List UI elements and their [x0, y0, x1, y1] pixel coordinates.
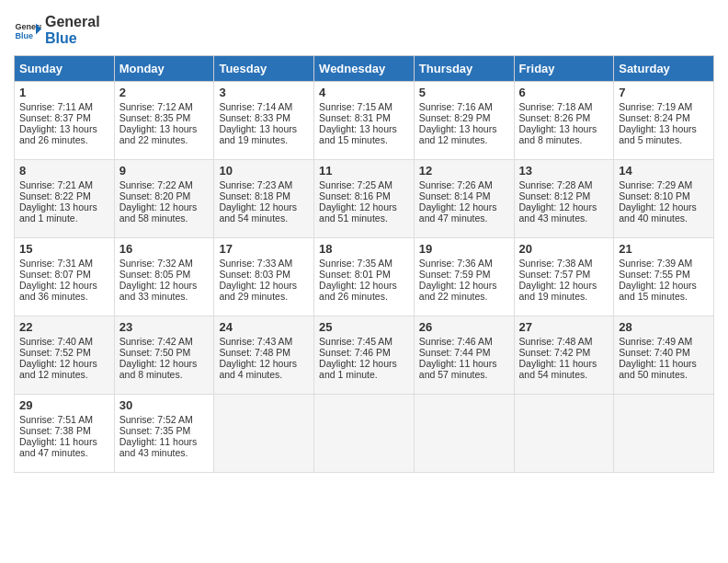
day-info: Sunset: 7:44 PM: [419, 347, 509, 358]
day-info: Daylight: 12 hours: [119, 280, 210, 291]
day-info: Sunrise: 7:32 AM: [119, 258, 210, 269]
day-info: and 36 minutes.: [19, 291, 109, 302]
day-info: Sunrise: 7:52 AM: [119, 414, 210, 425]
day-info: Sunset: 7:42 PM: [519, 347, 609, 358]
day-info: Sunset: 8:14 PM: [419, 190, 509, 201]
day-info: Sunrise: 7:28 AM: [519, 179, 609, 190]
day-number: 27: [519, 320, 609, 334]
calendar-table: SundayMondayTuesdayWednesdayThursdayFrid…: [14, 55, 714, 473]
day-number: 30: [119, 398, 210, 412]
day-info: Sunset: 7:46 PM: [319, 347, 409, 358]
day-info: Sunset: 8:33 PM: [219, 112, 309, 123]
calendar-cell: 2Sunrise: 7:12 AMSunset: 8:35 PMDaylight…: [114, 82, 214, 160]
day-info: Sunset: 8:26 PM: [519, 112, 609, 123]
day-info: and 51 minutes.: [319, 213, 409, 224]
day-info: Daylight: 11 hours: [119, 436, 210, 447]
day-info: Daylight: 12 hours: [119, 358, 210, 369]
day-header-tuesday: Tuesday: [214, 56, 314, 82]
day-info: Sunrise: 7:46 AM: [419, 336, 509, 347]
day-info: Sunrise: 7:33 AM: [219, 258, 309, 269]
day-info: Daylight: 12 hours: [319, 201, 409, 213]
day-info: and 15 minutes.: [319, 134, 409, 145]
calendar-cell: [614, 395, 714, 473]
day-info: Daylight: 13 hours: [219, 123, 309, 134]
day-info: Daylight: 12 hours: [519, 201, 609, 213]
day-info: Daylight: 12 hours: [119, 201, 210, 213]
calendar-cell: 10Sunrise: 7:23 AMSunset: 8:18 PMDayligh…: [214, 160, 314, 238]
day-info: Sunrise: 7:16 AM: [419, 101, 509, 112]
svg-text:Blue: Blue: [16, 31, 34, 40]
day-info: Sunrise: 7:22 AM: [119, 179, 210, 190]
day-info: Sunset: 8:01 PM: [319, 269, 409, 280]
day-info: Sunset: 7:48 PM: [219, 347, 309, 358]
day-info: Sunset: 7:50 PM: [119, 347, 210, 358]
day-number: 21: [619, 242, 709, 256]
day-info: Sunrise: 7:23 AM: [219, 179, 309, 190]
calendar-cell: 21Sunrise: 7:39 AMSunset: 7:55 PMDayligh…: [614, 238, 714, 316]
day-info: and 8 minutes.: [519, 134, 609, 145]
day-number: 8: [19, 164, 109, 178]
calendar-cell: 5Sunrise: 7:16 AMSunset: 8:29 PMDaylight…: [414, 82, 514, 160]
day-info: and 12 minutes.: [19, 369, 109, 380]
day-number: 29: [19, 398, 109, 412]
day-info: Sunset: 8:05 PM: [119, 269, 210, 280]
day-info: Daylight: 12 hours: [219, 280, 309, 291]
day-info: Sunrise: 7:14 AM: [219, 101, 309, 112]
calendar-cell: 17Sunrise: 7:33 AMSunset: 8:03 PMDayligh…: [214, 238, 314, 316]
calendar-cell: 16Sunrise: 7:32 AMSunset: 8:05 PMDayligh…: [114, 238, 214, 316]
day-info: Sunset: 8:31 PM: [319, 112, 409, 123]
day-info: Sunset: 8:12 PM: [519, 190, 609, 201]
day-number: 6: [519, 86, 609, 99]
day-info: Daylight: 12 hours: [419, 280, 509, 291]
calendar-cell: [214, 395, 314, 473]
day-info: Sunset: 8:07 PM: [19, 269, 109, 280]
calendar-cell: 26Sunrise: 7:46 AMSunset: 7:44 PMDayligh…: [414, 316, 514, 395]
day-info: and 43 minutes.: [519, 213, 609, 224]
day-info: Daylight: 12 hours: [319, 358, 409, 369]
calendar-cell: 9Sunrise: 7:22 AMSunset: 8:20 PMDaylight…: [114, 160, 214, 238]
day-info: Daylight: 13 hours: [519, 123, 609, 134]
day-info: Daylight: 12 hours: [519, 280, 609, 291]
day-number: 16: [119, 242, 210, 256]
calendar-cell: [514, 395, 614, 473]
day-number: 3: [219, 86, 309, 99]
day-header-thursday: Thursday: [414, 56, 514, 82]
day-info: and 26 minutes.: [19, 134, 109, 145]
day-info: Daylight: 12 hours: [219, 358, 309, 369]
calendar-cell: 27Sunrise: 7:48 AMSunset: 7:42 PMDayligh…: [514, 316, 614, 395]
day-info: Sunrise: 7:35 AM: [319, 258, 409, 269]
day-info: Sunrise: 7:25 AM: [319, 179, 409, 190]
day-info: Sunrise: 7:15 AM: [319, 101, 409, 112]
logo: General Blue General Blue: [14, 14, 100, 46]
day-header-friday: Friday: [514, 56, 614, 82]
day-info: Sunset: 8:18 PM: [219, 190, 309, 201]
day-number: 26: [419, 320, 509, 334]
day-info: Sunrise: 7:51 AM: [19, 414, 109, 425]
calendar-cell: 13Sunrise: 7:28 AMSunset: 8:12 PMDayligh…: [514, 160, 614, 238]
day-info: and 47 minutes.: [19, 447, 109, 458]
calendar-cell: 25Sunrise: 7:45 AMSunset: 7:46 PMDayligh…: [314, 316, 415, 395]
calendar-cell: 28Sunrise: 7:49 AMSunset: 7:40 PMDayligh…: [614, 316, 714, 395]
day-info: Sunset: 8:37 PM: [19, 112, 109, 123]
day-number: 12: [419, 164, 509, 178]
day-number: 10: [219, 164, 309, 178]
day-info: Daylight: 12 hours: [619, 280, 709, 291]
day-number: 17: [219, 242, 309, 256]
day-number: 22: [19, 320, 109, 334]
calendar-cell: 19Sunrise: 7:36 AMSunset: 7:59 PMDayligh…: [414, 238, 514, 316]
calendar-cell: 3Sunrise: 7:14 AMSunset: 8:33 PMDaylight…: [214, 82, 314, 160]
day-info: Daylight: 13 hours: [19, 123, 109, 134]
day-info: Sunrise: 7:38 AM: [519, 258, 609, 269]
logo-icon: General Blue: [14, 17, 41, 44]
day-header-monday: Monday: [114, 56, 214, 82]
calendar-cell: 4Sunrise: 7:15 AMSunset: 8:31 PMDaylight…: [314, 82, 415, 160]
calendar-cell: 6Sunrise: 7:18 AMSunset: 8:26 PMDaylight…: [514, 82, 614, 160]
day-info: Sunset: 8:10 PM: [619, 190, 709, 201]
day-info: Sunset: 8:24 PM: [619, 112, 709, 123]
calendar-cell: [314, 395, 415, 473]
day-info: and 1 minute.: [319, 369, 409, 380]
day-info: Sunset: 7:38 PM: [19, 425, 109, 436]
day-header-saturday: Saturday: [614, 56, 714, 82]
day-info: Daylight: 11 hours: [19, 436, 109, 447]
day-info: Sunrise: 7:40 AM: [19, 336, 109, 347]
